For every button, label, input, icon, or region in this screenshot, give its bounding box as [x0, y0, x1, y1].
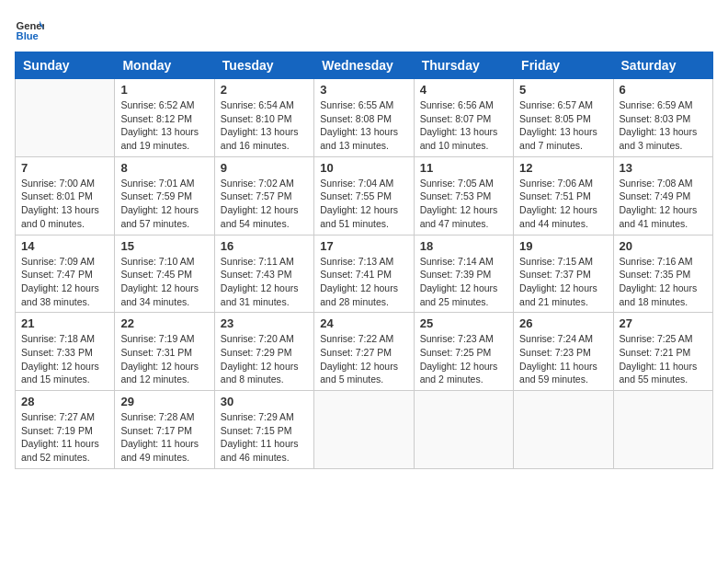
calendar-day-cell — [414, 391, 513, 469]
day-number: 28 — [21, 395, 108, 408]
day-info: Sunrise: 7:08 AMSunset: 7:49 PMDaylight:… — [620, 177, 707, 231]
calendar-day-cell: 14 Sunrise: 7:09 AMSunset: 7:47 PMDaylig… — [16, 235, 115, 313]
day-info: Sunrise: 7:02 AMSunset: 7:57 PMDaylight:… — [221, 177, 308, 231]
day-number: 1 — [120, 83, 208, 97]
calendar-day-cell: 5 Sunrise: 6:57 AMSunset: 8:05 PMDayligh… — [514, 79, 613, 157]
day-info: Sunrise: 6:55 AMSunset: 8:08 PMDaylight:… — [320, 98, 407, 153]
day-number: 16 — [221, 239, 308, 253]
day-number: 18 — [420, 239, 507, 253]
svg-text:Blue: Blue — [17, 30, 39, 41]
calendar-day-cell — [613, 391, 712, 469]
calendar-week-row: 14 Sunrise: 7:09 AMSunset: 7:47 PMDaylig… — [16, 235, 713, 313]
calendar-body: 1 Sunrise: 6:52 AMSunset: 8:12 PMDayligh… — [16, 79, 713, 469]
calendar-day-cell: 7 Sunrise: 7:00 AMSunset: 8:01 PMDayligh… — [16, 156, 115, 235]
day-number: 4 — [420, 83, 507, 97]
day-info: Sunrise: 7:09 AMSunset: 7:47 PMDaylight:… — [21, 255, 108, 309]
day-info: Sunrise: 7:16 AMSunset: 7:35 PMDaylight:… — [620, 255, 707, 309]
calendar-day-cell: 15 Sunrise: 7:10 AMSunset: 7:45 PMDaylig… — [115, 235, 214, 313]
day-number: 3 — [320, 83, 407, 97]
calendar-header-day: Saturday — [613, 52, 712, 79]
day-number: 26 — [519, 316, 607, 330]
calendar-day-cell: 13 Sunrise: 7:08 AMSunset: 7:49 PMDaylig… — [613, 156, 712, 235]
calendar-day-cell: 8 Sunrise: 7:01 AMSunset: 7:59 PMDayligh… — [115, 156, 214, 235]
day-info: Sunrise: 7:14 AMSunset: 7:39 PMDaylight:… — [420, 255, 507, 309]
logo: General Blue — [15, 15, 44, 44]
calendar-header-day: Friday — [514, 52, 613, 79]
calendar-day-cell: 12 Sunrise: 7:06 AMSunset: 7:51 PMDaylig… — [514, 156, 613, 235]
calendar-week-row: 21 Sunrise: 7:18 AMSunset: 7:33 PMDaylig… — [16, 313, 713, 391]
day-info: Sunrise: 6:57 AMSunset: 8:05 PMDaylight:… — [519, 98, 607, 153]
day-info: Sunrise: 7:15 AMSunset: 7:37 PMDaylight:… — [519, 255, 607, 309]
day-number: 15 — [120, 239, 208, 253]
calendar-day-cell: 2 Sunrise: 6:54 AMSunset: 8:10 PMDayligh… — [214, 79, 313, 157]
calendar-day-cell: 29 Sunrise: 7:28 AMSunset: 7:17 PMDaylig… — [115, 391, 214, 469]
calendar-header-day: Wednesday — [314, 52, 414, 79]
calendar-day-cell: 19 Sunrise: 7:15 AMSunset: 7:37 PMDaylig… — [514, 235, 613, 313]
calendar-day-cell: 3 Sunrise: 6:55 AMSunset: 8:08 PMDayligh… — [314, 79, 414, 157]
calendar-day-cell: 23 Sunrise: 7:20 AMSunset: 7:29 PMDaylig… — [214, 313, 313, 391]
calendar-day-cell: 22 Sunrise: 7:19 AMSunset: 7:31 PMDaylig… — [115, 313, 214, 391]
calendar-day-cell: 26 Sunrise: 7:24 AMSunset: 7:23 PMDaylig… — [514, 313, 613, 391]
day-number: 24 — [320, 316, 407, 330]
day-number: 23 — [221, 316, 308, 330]
day-info: Sunrise: 7:11 AMSunset: 7:43 PMDaylight:… — [221, 255, 308, 309]
day-info: Sunrise: 6:54 AMSunset: 8:10 PMDaylight:… — [221, 98, 308, 153]
calendar-header-row: SundayMondayTuesdayWednesdayThursdayFrid… — [16, 52, 713, 79]
day-info: Sunrise: 6:52 AMSunset: 8:12 PMDaylight:… — [120, 98, 208, 153]
calendar-day-cell: 9 Sunrise: 7:02 AMSunset: 7:57 PMDayligh… — [214, 156, 313, 235]
day-info: Sunrise: 7:05 AMSunset: 7:53 PMDaylight:… — [420, 177, 507, 231]
day-info: Sunrise: 7:22 AMSunset: 7:27 PMDaylight:… — [320, 332, 407, 386]
day-info: Sunrise: 7:06 AMSunset: 7:51 PMDaylight:… — [519, 177, 607, 231]
calendar-day-cell: 6 Sunrise: 6:59 AMSunset: 8:03 PMDayligh… — [613, 79, 712, 157]
day-info: Sunrise: 7:28 AMSunset: 7:17 PMDaylight:… — [120, 410, 208, 465]
calendar-table: SundayMondayTuesdayWednesdayThursdayFrid… — [15, 52, 713, 469]
day-info: Sunrise: 7:19 AMSunset: 7:31 PMDaylight:… — [120, 332, 208, 386]
day-info: Sunrise: 7:13 AMSunset: 7:41 PMDaylight:… — [320, 255, 407, 309]
day-number: 25 — [420, 316, 507, 330]
day-info: Sunrise: 7:27 AMSunset: 7:19 PMDaylight:… — [21, 410, 108, 465]
day-number: 10 — [320, 161, 407, 175]
day-info: Sunrise: 6:56 AMSunset: 8:07 PMDaylight:… — [420, 98, 507, 153]
day-number: 5 — [519, 83, 607, 97]
day-info: Sunrise: 6:59 AMSunset: 8:03 PMDaylight:… — [620, 98, 707, 153]
calendar-day-cell: 11 Sunrise: 7:05 AMSunset: 7:53 PMDaylig… — [414, 156, 513, 235]
day-info: Sunrise: 7:24 AMSunset: 7:23 PMDaylight:… — [519, 332, 607, 386]
calendar-day-cell: 25 Sunrise: 7:23 AMSunset: 7:25 PMDaylig… — [414, 313, 513, 391]
day-number: 29 — [120, 395, 208, 408]
calendar-day-cell: 20 Sunrise: 7:16 AMSunset: 7:35 PMDaylig… — [613, 235, 712, 313]
day-info: Sunrise: 7:04 AMSunset: 7:55 PMDaylight:… — [320, 177, 407, 231]
day-number: 6 — [620, 83, 707, 97]
calendar-day-cell: 16 Sunrise: 7:11 AMSunset: 7:43 PMDaylig… — [214, 235, 313, 313]
calendar-day-cell — [314, 391, 414, 469]
day-number: 19 — [519, 239, 607, 253]
day-number: 14 — [21, 239, 108, 253]
calendar-week-row: 7 Sunrise: 7:00 AMSunset: 8:01 PMDayligh… — [16, 156, 713, 235]
day-number: 8 — [120, 161, 208, 175]
page-header: General Blue — [15, 15, 713, 44]
day-number: 13 — [620, 161, 707, 175]
calendar-day-cell: 4 Sunrise: 6:56 AMSunset: 8:07 PMDayligh… — [414, 79, 513, 157]
day-number: 30 — [221, 395, 308, 408]
day-number: 9 — [221, 161, 308, 175]
calendar-day-cell: 10 Sunrise: 7:04 AMSunset: 7:55 PMDaylig… — [314, 156, 414, 235]
calendar-day-cell: 27 Sunrise: 7:25 AMSunset: 7:21 PMDaylig… — [613, 313, 712, 391]
calendar-header-day: Monday — [115, 52, 214, 79]
calendar-week-row: 28 Sunrise: 7:27 AMSunset: 7:19 PMDaylig… — [16, 391, 713, 469]
day-number: 7 — [21, 161, 108, 175]
calendar-day-cell: 24 Sunrise: 7:22 AMSunset: 7:27 PMDaylig… — [314, 313, 414, 391]
calendar-week-row: 1 Sunrise: 6:52 AMSunset: 8:12 PMDayligh… — [16, 79, 713, 157]
calendar-day-cell: 18 Sunrise: 7:14 AMSunset: 7:39 PMDaylig… — [414, 235, 513, 313]
calendar-header-day: Sunday — [16, 52, 115, 79]
day-info: Sunrise: 7:18 AMSunset: 7:33 PMDaylight:… — [21, 332, 108, 386]
day-info: Sunrise: 7:25 AMSunset: 7:21 PMDaylight:… — [620, 332, 707, 386]
day-info: Sunrise: 7:20 AMSunset: 7:29 PMDaylight:… — [221, 332, 308, 386]
calendar-day-cell: 30 Sunrise: 7:29 AMSunset: 7:15 PMDaylig… — [214, 391, 313, 469]
calendar-day-cell: 21 Sunrise: 7:18 AMSunset: 7:33 PMDaylig… — [16, 313, 115, 391]
day-number: 12 — [519, 161, 607, 175]
calendar-header-day: Thursday — [414, 52, 513, 79]
day-info: Sunrise: 7:10 AMSunset: 7:45 PMDaylight:… — [120, 255, 208, 309]
calendar-header-day: Tuesday — [214, 52, 313, 79]
calendar-day-cell: 1 Sunrise: 6:52 AMSunset: 8:12 PMDayligh… — [115, 79, 214, 157]
day-info: Sunrise: 7:23 AMSunset: 7:25 PMDaylight:… — [420, 332, 507, 386]
calendar-day-cell — [16, 79, 115, 157]
